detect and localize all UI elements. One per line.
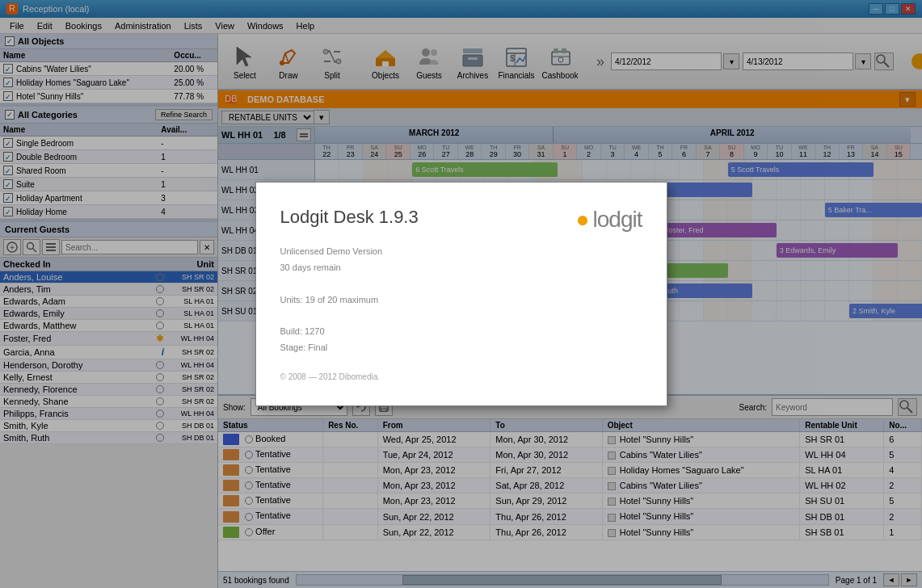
modal-stage: Stage: Final: [280, 340, 634, 356]
modal-units: Units: 19 of 20 maximum: [280, 292, 634, 309]
modal-unlicensed: Unlicensed Demo Version: [280, 244, 634, 260]
modal-build: Build: 1270: [280, 324, 634, 340]
modal-logo-dot: ●: [576, 207, 590, 233]
modal-overlay[interactable]: Lodgit Desk 1.9.3 ● lodgit Unlicensed De…: [0, 0, 922, 588]
modal-logo: ● lodgit: [576, 207, 642, 233]
modal-copyright: © 2008 — 2012 Dibomedia.: [280, 372, 634, 381]
modal-days-remain: 30 days remain: [280, 260, 634, 276]
modal-logo-text: lodgit: [593, 207, 642, 233]
modal-info: Unlicensed Demo Version 30 days remain U…: [280, 244, 634, 356]
about-dialog: Lodgit Desk 1.9.3 ● lodgit Unlicensed De…: [255, 182, 667, 406]
